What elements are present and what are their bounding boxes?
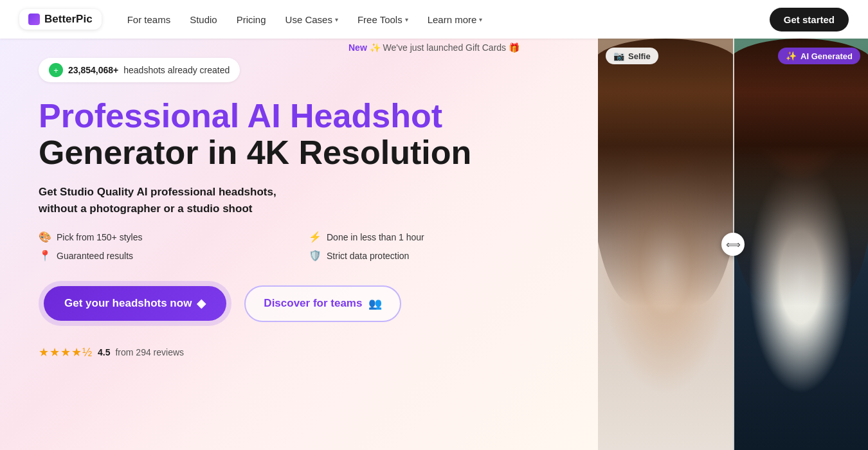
- features-grid: 🎨 Pick from 150+ styles ⚡ Done in less t…: [39, 231, 566, 262]
- team-icon: 👥: [368, 297, 382, 310]
- hair-left: [598, 39, 733, 306]
- cta-primary-label: Get your headshots now: [64, 297, 192, 310]
- logo-text: BetterPic: [44, 13, 93, 26]
- feature-speed: ⚡ Done in less than 1 hour: [309, 231, 566, 243]
- new-badge: New: [348, 42, 367, 53]
- feature-guaranteed-text: Guaranteed results: [57, 251, 133, 261]
- nav-item-learn-more[interactable]: Learn more ▾: [428, 14, 483, 25]
- nav-item-use-cases[interactable]: Use Cases ▾: [285, 14, 338, 25]
- ai-label: ✨ AI Generated: [778, 48, 860, 64]
- nav-item-pricing[interactable]: Pricing: [237, 14, 266, 25]
- logo[interactable]: BetterPic: [19, 9, 102, 30]
- plus-icon: +: [49, 63, 63, 77]
- sparkle-icon: ✨: [370, 42, 383, 53]
- hero-title: Professional AI Headshot Generator in 4K…: [39, 98, 566, 171]
- cta-secondary-label: Discover for teams: [264, 297, 362, 310]
- hero-title-black: Generator in 4K Resolution: [39, 134, 471, 171]
- chevron-down-icon: ▾: [335, 16, 338, 23]
- feature-data-text: Strict data protection: [327, 251, 409, 261]
- lightning-icon: ⚡: [309, 231, 321, 243]
- stars-row: ★★★★½ 4.5 from 294 reviews: [39, 345, 566, 359]
- rating-value: 4.5: [98, 347, 110, 357]
- feature-styles-text: Pick from 150+ styles: [57, 232, 142, 242]
- shield-icon: 🛡️: [309, 249, 321, 262]
- chevron-down-icon: ▾: [479, 16, 482, 23]
- get-started-button[interactable]: Get started: [770, 8, 849, 32]
- pin-icon: 📍: [39, 249, 51, 262]
- hair-right: [733, 39, 868, 306]
- banner-text: We've just launched Gift Cards: [383, 42, 507, 53]
- navbar: BetterPic For teams Studio Pricing Use C…: [0, 0, 868, 39]
- badge-count: 23,854,068+: [68, 65, 118, 75]
- discover-teams-button[interactable]: Discover for teams 👥: [244, 285, 401, 322]
- palette-icon: 🎨: [39, 231, 51, 243]
- left-content: + 23,854,068+ headshots already created …: [0, 39, 598, 450]
- nav-links: For teams Studio Pricing Use Cases ▾ Fre…: [127, 14, 770, 25]
- cta-row: Get your headshots now ◆ Discover for te…: [39, 281, 566, 326]
- reviews-text: from 294 reviews: [115, 347, 184, 357]
- selfie-half: 📷 Selfie: [598, 39, 733, 450]
- gift-banner[interactable]: New ✨ We've just launched Gift Cards 🎁: [348, 39, 520, 57]
- selfie-label: 📷 Selfie: [606, 48, 658, 64]
- camera-icon: 📷: [613, 51, 624, 61]
- headshots-count-badge: + 23,854,068+ headshots already created: [39, 58, 240, 82]
- nav-item-studio[interactable]: Studio: [190, 14, 217, 25]
- gift-icon: 🎁: [509, 42, 520, 53]
- feature-styles: 🎨 Pick from 150+ styles: [39, 231, 296, 243]
- nav-item-for-teams[interactable]: For teams: [127, 14, 171, 25]
- diamond-icon: ◆: [197, 296, 206, 310]
- cta-primary-wrapper: Get your headshots now ◆: [39, 281, 231, 326]
- hero-image-panel: 📷 Selfie ✨ AI Generated ⟺: [598, 39, 868, 450]
- feature-guaranteed: 📍 Guaranteed results: [39, 249, 296, 262]
- hero-title-purple: Professional AI Headshot: [39, 97, 442, 134]
- ai-half: ✨ AI Generated: [733, 39, 868, 450]
- split-handle[interactable]: ⟺: [721, 233, 745, 256]
- badge-text: headshots already created: [123, 65, 230, 75]
- get-headshots-button[interactable]: Get your headshots now ◆: [44, 286, 226, 321]
- hero-subtitle: Get Studio Quality AI professional heads…: [39, 184, 566, 217]
- feature-data: 🛡️ Strict data protection: [309, 249, 566, 262]
- star-icons: ★★★★½: [39, 345, 93, 359]
- nav-item-free-tools[interactable]: Free Tools ▾: [357, 14, 408, 25]
- logo-icon: [28, 14, 40, 25]
- main-container: + 23,854,068+ headshots already created …: [0, 0, 868, 450]
- feature-speed-text: Done in less than 1 hour: [327, 232, 424, 242]
- sparkle-ai-icon: ✨: [786, 51, 797, 61]
- chevron-down-icon: ▾: [405, 16, 408, 23]
